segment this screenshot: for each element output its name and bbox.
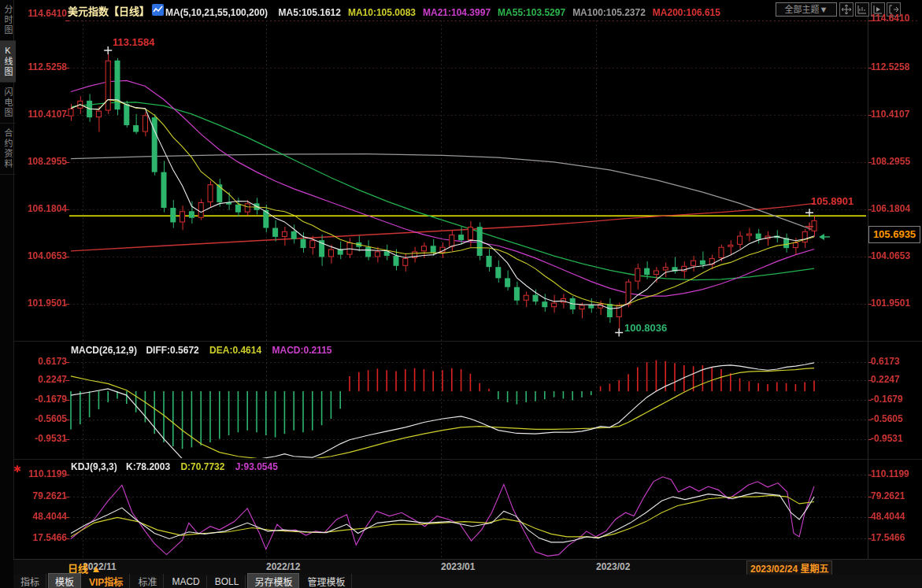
price-axis-label: 48.4044 — [871, 511, 905, 522]
price-axis-label: 79.2621 — [23, 490, 67, 501]
kdj-j-value: J:93.0545 — [235, 461, 278, 472]
kdj-k-value: K:78.2003 — [126, 461, 170, 472]
price-axis-label: 114.6410 — [871, 13, 909, 24]
macd-params-label[interactable]: MACD(26,12,9) — [71, 345, 137, 356]
price-axis-label: 114.6410 — [23, 8, 67, 19]
tab-VIP指标[interactable]: VIP指标 — [83, 574, 130, 588]
date-tick-label: 2022/12 — [266, 561, 300, 572]
macd-value: MACD:0.2115 — [272, 345, 331, 356]
ma-legend-item-2: MA21:104.3997 — [423, 7, 491, 18]
sidebar-item-合约资料[interactable]: 合约资料 — [0, 124, 16, 175]
price-axis-label: 110.1199 — [23, 468, 67, 479]
tab-模板[interactable]: 模板 — [48, 573, 81, 588]
macd-dea-value: DEA:0.4614 — [209, 345, 261, 356]
move-crosshair-icon[interactable] — [839, 2, 853, 17]
current-high-annotation: 105.8901 — [811, 195, 853, 207]
tab-MACD[interactable]: MACD — [165, 575, 206, 588]
ma-legend: MA(5,10,21,55,100,200) MA5:105.1612MA10:… — [165, 5, 720, 19]
tab-标准[interactable]: 标准 — [131, 574, 164, 588]
ma-legend-item-5: MA200:106.615 — [653, 7, 720, 18]
price-axis-label: 106.1804 — [871, 203, 910, 214]
date-axis: 2022/112022/122023/012023/022023/02/24 星… — [13, 559, 922, 575]
red-gear-icon[interactable]: ✱ — [13, 464, 21, 475]
price-axis-label: 17.5466 — [23, 532, 67, 543]
price-axis-label: 101.9501 — [871, 298, 910, 309]
sidebar-item-K线图[interactable]: K线图 — [0, 41, 16, 83]
tab-另存模板[interactable]: 另存模板 — [247, 573, 299, 588]
price-axis-label: 101.9501 — [23, 298, 67, 309]
sidebar-item-闪电图[interactable]: 闪电图 — [0, 83, 16, 124]
line-chart-icon — [152, 4, 164, 19]
date-tick-label: 2023/02 — [596, 561, 630, 572]
price-axis-label: -0.1679 — [871, 394, 903, 405]
last-price-box: 105.6935 — [868, 226, 920, 243]
bottom-tab-bar: 指标模板VIP指标标准MACDBOLL另存模板管理模板 — [13, 575, 922, 588]
price-axis-label: 0.6173 — [871, 356, 900, 367]
kdj-params-label[interactable]: KDJ(9,3,3) — [71, 461, 117, 472]
price-axis-label: -0.9531 — [871, 433, 903, 444]
axis-scale-icon[interactable] — [855, 2, 869, 17]
price-axis-label: 79.2621 — [871, 490, 905, 501]
sidebar-item-分时图[interactable]: 分时图 — [0, 0, 16, 41]
price-axis-label: 48.4044 — [23, 511, 67, 522]
price-axis-label: -0.1679 — [23, 394, 67, 405]
price-axis-label: 104.0653 — [23, 250, 67, 261]
price-axis-label: 104.0653 — [871, 250, 910, 261]
tab-指标[interactable]: 指标 — [14, 574, 46, 588]
ma-legend-item-4: MA100:105.2372 — [572, 7, 646, 18]
ma-legend-item-3: MA55:103.5297 — [498, 7, 565, 18]
tab-管理模板[interactable]: 管理模板 — [301, 574, 352, 588]
price-axis-label: 0.2247 — [871, 374, 900, 385]
ma-legend-item-1: MA10:105.0083 — [348, 7, 416, 18]
price-axis-label: 108.2955 — [871, 156, 910, 167]
tab-BOLL[interactable]: BOLL — [209, 575, 246, 588]
price-axis-label: 110.1199 — [871, 468, 909, 479]
price-axis-label: 108.2955 — [23, 156, 67, 167]
ma-settings-label[interactable]: MA(5,10,21,55,100,200) — [165, 7, 268, 18]
price-axis-label: 112.5258 — [871, 61, 909, 72]
price-axis-label: 110.4107 — [23, 109, 67, 120]
price-axis-label: -0.5605 — [23, 413, 67, 424]
high-price-annotation: 113.1584 — [113, 36, 155, 48]
price-axis-label: 0.6173 — [23, 356, 67, 367]
price-axis-label: -0.5605 — [871, 413, 903, 424]
kline-chart-canvas[interactable] — [0, 0, 922, 588]
theme-dropdown-button[interactable]: 全部主题▼ — [776, 2, 837, 17]
price-axis-label: 110.4107 — [871, 109, 909, 120]
date-tick-label: 2023/01 — [441, 561, 475, 572]
price-axis-label: -0.9531 — [23, 433, 67, 444]
low-price-annotation: 100.8036 — [624, 322, 667, 334]
price-axis-label: 0.2247 — [23, 374, 67, 385]
price-axis-label: 17.5466 — [871, 532, 905, 543]
kdj-header: KDJ(9,3,3) K:78.2003 D:70.7732 J:93.0545 — [71, 461, 278, 472]
trading-app-window: 分时图K线图闪电图合约资料 美元指数【日线】 MA(5,10,21,55,100… — [0, 0, 922, 588]
price-axis-label: 112.5258 — [23, 61, 67, 72]
current-date-label[interactable]: 2023/02/24 星期五 — [746, 560, 832, 575]
macd-header: MACD(26,12,9) DIFF:0.5672 DEA:0.4614 MAC… — [71, 345, 332, 356]
page-title: 美元指数【日线】 — [68, 3, 150, 18]
ma-legend-item-0: MA5:105.1612 — [279, 7, 341, 18]
chart-type-sidebar: 分时图K线图闪电图合约资料 — [0, 0, 14, 588]
price-axis-label: 106.1804 — [23, 203, 67, 214]
kdj-d-value: D:70.7732 — [180, 461, 224, 472]
macd-diff-value: DIFF:0.5672 — [146, 345, 198, 356]
